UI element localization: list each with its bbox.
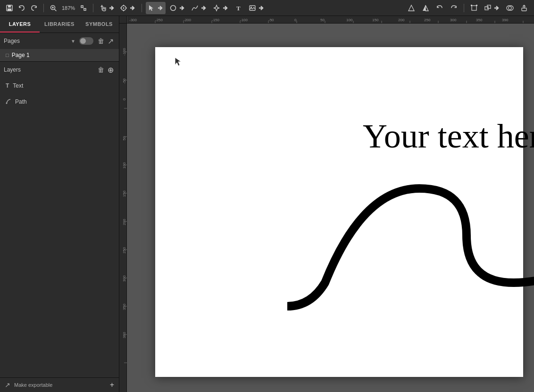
layers-section: Layers 🗑 ⊕ T Text Path [0,62,119,377]
image-tool-button[interactable] [247,2,267,14]
shape-tool-button[interactable] [167,2,187,14]
pages-header: Pages ▼ 🗑 ↗ [0,33,119,49]
svg-rect-2 [8,8,11,11]
svg-text:-200: -200 [184,18,192,22]
svg-text:100: 100 [346,18,353,22]
canvas-body: -100 -50 0 50 100 150 200 250 300 350 36… [119,24,534,392]
pages-add-button[interactable]: ↗ [106,36,115,46]
path-tool-button[interactable] [189,2,209,14]
canvas-path-svg[interactable] [287,141,534,320]
ruler-left-svg: -100 -50 0 50 100 150 200 250 300 350 36… [119,24,127,392]
undo-button[interactable] [16,2,27,14]
svg-point-16 [171,5,176,10]
main-area: LAYERS LIBRARIES SYMBOLS Pages ▼ 🗑 ↗ □ P… [0,16,534,392]
text-layer-icon: T [6,82,9,89]
sep1 [43,4,44,12]
ruler-left: -100 -50 0 50 100 150 200 250 300 350 36… [119,24,127,392]
bottom-add-icon[interactable]: + [110,381,114,389]
layers-delete-button[interactable]: 🗑 [96,65,106,74]
layers-add-button[interactable]: ⊕ [106,65,115,74]
flip-button[interactable] [419,2,432,14]
path-layer-icon [6,98,11,106]
svg-text:-50: -50 [268,18,274,22]
svg-text:50: 50 [320,18,325,22]
svg-text:-50: -50 [122,78,126,84]
redo-button[interactable] [28,2,40,14]
sep3 [142,4,142,12]
svg-text:300: 300 [450,18,457,22]
file-actions [4,2,40,14]
zoom-in-button[interactable] [48,2,59,14]
group-button[interactable] [482,2,502,14]
svg-rect-1 [8,5,11,8]
ruler-corner [119,16,127,24]
pan-tool-button[interactable] [97,2,117,14]
layer-text-label: Text [13,82,23,89]
svg-rect-23 [472,6,476,10]
undo2-button[interactable] [434,2,446,14]
layers-header: Layers 🗑 ⊕ [0,62,119,78]
bottom-icon-export[interactable]: ↗ [5,381,10,389]
svg-rect-8 [84,8,86,10]
canvas-page: Your text here [155,47,523,377]
svg-text:350: 350 [122,303,126,310]
svg-text:0: 0 [294,18,297,22]
boolean-button[interactable] [504,2,516,14]
zoom-fit-button[interactable] [78,2,89,14]
page1-label: Page 1 [12,52,30,58]
tool-group-pan [97,2,138,14]
sep4 [464,4,464,12]
canvas[interactable]: Your text here [127,24,534,392]
pages-label[interactable]: Pages [4,38,71,44]
svg-text:150: 150 [122,190,126,197]
tab-layers[interactable]: LAYERS [0,16,40,33]
bottom-bar: ↗ Make exportable + [0,377,119,392]
export-button[interactable] [518,2,530,14]
left-panel: LAYERS LIBRARIES SYMBOLS Pages ▼ 🗑 ↗ □ P… [0,16,119,392]
svg-text:390: 390 [502,18,509,22]
text-tool-button[interactable]: T [233,2,245,14]
transform-button[interactable] [468,2,480,14]
page-icon: □ [6,52,9,58]
svg-text:100: 100 [122,162,126,169]
svg-text:250: 250 [122,247,126,253]
tab-libraries[interactable]: LIBRARIES [40,16,79,33]
pages-delete-button[interactable]: 🗑 [96,36,106,46]
ruler-top: -300 -250 -200 -150 -100 -50 0 50 100 15… [127,16,534,24]
svg-line-4 [55,9,57,11]
page1-item[interactable]: □ Page 1 [0,49,119,61]
make-exportable-label: Make exportable [14,382,52,388]
svg-text:-300: -300 [129,18,137,22]
canvas-area: -300 -250 -200 -150 -100 -50 0 50 100 15… [119,16,534,392]
svg-text:-100: -100 [240,18,248,22]
sep2 [93,4,93,12]
svg-marker-22 [426,5,428,11]
select-tool-button[interactable] [146,2,166,14]
svg-marker-20 [409,5,414,11]
zoom-level: 187% [60,5,77,11]
layer-path-label: Path [15,98,27,105]
svg-text:T: T [236,5,241,12]
layers-list: T Text Path [0,78,119,377]
pages-toggle[interactable] [79,37,93,45]
tab-symbols[interactable]: SYMBOLS [79,16,119,33]
ruler-top-svg: -300 -250 -200 -150 -100 -50 0 50 100 15… [127,16,534,24]
pages-dropdown-icon[interactable]: ▼ [71,39,75,44]
svg-rect-7 [81,6,83,8]
svg-text:250: 250 [424,18,431,22]
save-button[interactable] [4,2,15,14]
top-toolbar: 187% T [0,0,534,16]
layers-label: Layers [4,66,96,73]
svg-point-19 [250,7,252,8]
distribute-button[interactable] [405,2,417,14]
svg-text:300: 300 [122,275,126,282]
svg-marker-21 [423,5,426,11]
layer-item-path[interactable]: Path [0,94,119,110]
snap-button[interactable] [118,2,138,14]
redo2-button[interactable] [448,2,460,14]
layer-item-text[interactable]: T Text [0,78,119,94]
color-tool-button[interactable] [211,2,231,14]
panel-tabs: LAYERS LIBRARIES SYMBOLS [0,16,119,33]
svg-text:200: 200 [122,219,126,225]
svg-rect-25 [476,5,477,6]
